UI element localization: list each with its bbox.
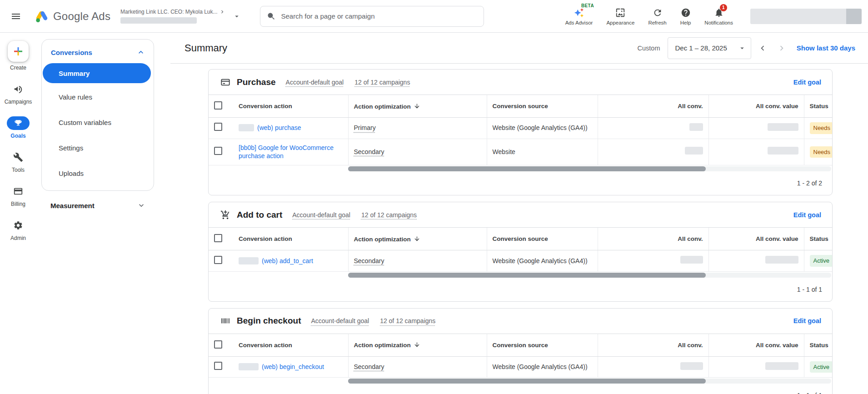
billing-card-icon xyxy=(13,186,23,196)
status-badge: Active xyxy=(810,255,833,267)
campaigns-count-link[interactable]: 12 of 12 campaigns xyxy=(361,211,417,219)
scrollbar-thumb[interactable] xyxy=(348,166,706,171)
appearance-button[interactable]: Appearance xyxy=(602,5,639,27)
conv-value-redacted xyxy=(765,362,798,370)
account-switcher[interactable]: Marketing Link LLC. CEO: Mykola Luk... xyxy=(120,9,225,24)
row-checkbox[interactable] xyxy=(214,123,222,131)
edit-goal-link[interactable]: Edit goal xyxy=(793,79,821,86)
profile-area[interactable] xyxy=(750,9,862,24)
select-all-checkbox[interactable] xyxy=(214,340,222,349)
account-default-goal-link[interactable]: Account-default goal xyxy=(286,79,344,86)
content-area: Purchase Account-default goal 12 of 12 c… xyxy=(170,64,868,394)
google-ads-logo[interactable]: Google Ads xyxy=(35,9,110,24)
col-all-conv[interactable]: All conv. xyxy=(598,95,708,118)
nav-item-value-rules[interactable]: Value rules xyxy=(42,84,154,110)
pagination: 1 - 1 of 1 xyxy=(209,384,832,394)
nav-item-custom-variables[interactable]: Custom variables xyxy=(42,110,154,135)
conv-value-redacted xyxy=(768,123,798,131)
optimization-value[interactable]: Secondary xyxy=(354,148,384,155)
campaigns-count-link[interactable]: 12 of 12 campaigns xyxy=(354,79,410,86)
col-conversion-action[interactable]: Conversion action xyxy=(233,95,348,118)
scrollbar-thumb[interactable] xyxy=(348,273,706,278)
col-all-conv-value[interactable]: All conv. value xyxy=(708,95,804,118)
status-badge: Needs at xyxy=(810,122,833,134)
rail-item-billing[interactable]: Billing xyxy=(7,185,30,207)
refresh-icon xyxy=(653,8,663,18)
conversion-action-link[interactable]: (web) purchase xyxy=(257,124,301,131)
campaigns-count-link[interactable]: 12 of 12 campaigns xyxy=(380,317,435,324)
row-checkbox[interactable] xyxy=(214,147,222,155)
scrollbar-thumb[interactable] xyxy=(348,379,706,384)
next-period-button[interactable] xyxy=(774,40,789,56)
profile-info-redacted xyxy=(750,9,846,24)
search-box[interactable] xyxy=(260,6,484,27)
beta-badge: BETA xyxy=(581,3,594,8)
action-name-redacted xyxy=(239,124,254,131)
rail-item-goals[interactable]: Goals xyxy=(7,116,30,139)
col-conversion-source[interactable]: Conversion source xyxy=(487,228,598,250)
nav-item-settings[interactable]: Settings xyxy=(42,135,154,160)
col-all-conv-value[interactable]: All conv. value xyxy=(708,228,804,250)
help-icon xyxy=(681,8,691,18)
search-input[interactable] xyxy=(281,12,477,20)
goals-trophy-icon xyxy=(14,119,22,127)
chevron-right-icon xyxy=(219,9,225,15)
conversions-section-header[interactable]: Conversions xyxy=(42,42,154,62)
help-button[interactable]: Help xyxy=(676,5,696,27)
notifications-button[interactable]: 1 Notifications xyxy=(700,5,738,27)
all-conv-redacted xyxy=(680,362,703,370)
col-conversion-source[interactable]: Conversion source xyxy=(487,95,598,118)
nav-item-uploads[interactable]: Uploads xyxy=(42,160,154,186)
account-default-goal-link[interactable]: Account-default goal xyxy=(292,211,350,219)
horizontal-scrollbar xyxy=(209,273,832,278)
all-conv-redacted xyxy=(680,256,703,264)
conversion-action-link[interactable]: [bb0b] Google for WooCommerce purchase a… xyxy=(239,144,334,160)
conversion-actions-table: Conversion action Action optimization Co… xyxy=(209,334,833,378)
rail-item-admin[interactable]: Admin xyxy=(7,219,30,241)
refresh-button[interactable]: Refresh xyxy=(644,5,671,27)
product-name: Google Ads xyxy=(53,10,110,23)
select-all-checkbox[interactable] xyxy=(214,101,222,110)
col-conversion-source[interactable]: Conversion source xyxy=(487,334,598,356)
col-action-optimization[interactable]: Action optimization xyxy=(348,228,487,250)
col-all-conv[interactable]: All conv. xyxy=(598,334,708,356)
row-checkbox[interactable] xyxy=(214,256,222,264)
edit-goal-link[interactable]: Edit goal xyxy=(793,211,821,219)
col-status[interactable]: Status xyxy=(804,95,833,118)
conversion-action-link[interactable]: (web) begin_checkout xyxy=(262,363,324,370)
measurement-section-header[interactable]: Measurement xyxy=(41,195,154,216)
col-action-optimization[interactable]: Action optimization xyxy=(348,95,487,118)
nav-item-summary[interactable]: Summary xyxy=(43,63,151,83)
account-default-goal-link[interactable]: Account-default goal xyxy=(311,317,369,324)
col-status[interactable]: Status xyxy=(804,334,833,356)
col-status[interactable]: Status xyxy=(804,228,833,250)
page-header: Summary Custom Dec 1 – 28, 2025 Show las… xyxy=(170,33,868,64)
optimization-value[interactable]: Secondary xyxy=(354,257,384,264)
select-all-checkbox[interactable] xyxy=(214,234,222,242)
table-row: (web) add_to_cart Secondary Website (Goo… xyxy=(209,250,833,272)
previous-period-button[interactable] xyxy=(755,40,770,56)
col-all-conv-value[interactable]: All conv. value xyxy=(708,334,804,356)
optimization-value[interactable]: Primary xyxy=(354,124,376,131)
optimization-value[interactable]: Secondary xyxy=(354,363,384,370)
rail-item-tools[interactable]: Tools xyxy=(7,150,30,173)
rail-item-campaigns[interactable]: Campaigns xyxy=(5,82,32,105)
goal-title: Begin checkout xyxy=(237,316,301,326)
menu-icon[interactable] xyxy=(0,11,32,22)
show-last-30-days-link[interactable]: Show last 30 days xyxy=(797,44,855,52)
conversion-action-link[interactable]: (web) add_to_cart xyxy=(262,257,313,264)
create-button[interactable]: Create xyxy=(8,41,29,71)
sparkle-icon xyxy=(574,8,584,18)
account-caret-icon[interactable] xyxy=(233,12,241,20)
row-checkbox[interactable] xyxy=(214,362,222,370)
date-range-picker[interactable]: Dec 1 – 28, 2025 xyxy=(668,37,751,59)
col-action-optimization[interactable]: Action optimization xyxy=(348,334,487,356)
col-conversion-action[interactable]: Conversion action xyxy=(233,334,348,356)
page-title: Summary xyxy=(185,42,227,54)
edit-goal-link[interactable]: Edit goal xyxy=(793,317,821,324)
col-all-conv[interactable]: All conv. xyxy=(598,228,708,250)
conversion-actions-table: Conversion action Action optimization Co… xyxy=(209,227,833,272)
ads-advisor-button[interactable]: BETA Ads Advisor xyxy=(561,5,598,27)
search-icon xyxy=(267,12,276,21)
col-conversion-action[interactable]: Conversion action xyxy=(233,228,348,250)
